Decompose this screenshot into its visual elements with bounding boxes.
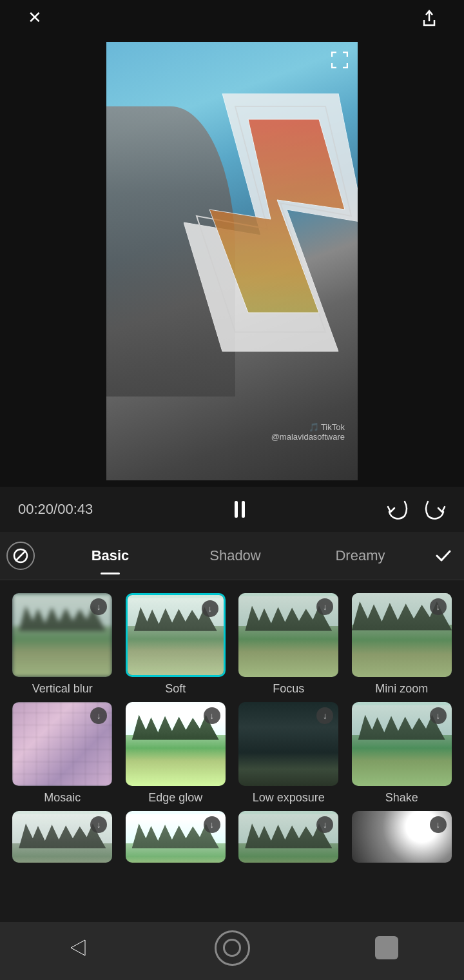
filter-item-shake[interactable]: ↓ Shake xyxy=(349,702,455,805)
time-display: 00:20/00:43 xyxy=(18,501,93,518)
filter-grid: ↓ Vertical blur ↓ Soft ↓ Focus ↓ xyxy=(0,580,464,922)
filter-label-low-exposure: Low exposure xyxy=(253,791,325,805)
filter-item-p2[interactable]: ↓ xyxy=(123,811,229,863)
svg-line-5 xyxy=(15,551,26,561)
filter-tabs: Basic Shadow Dreamy xyxy=(0,532,464,580)
filter-item-p4[interactable]: ↓ xyxy=(349,811,455,863)
filter-label-vertical-blur: Vertical blur xyxy=(32,682,93,696)
filter-thumb-focus: ↓ xyxy=(238,593,338,677)
download-icon: ↓ xyxy=(204,707,220,724)
video-preview-area: 🎵 TikTok @malavidasoftware xyxy=(0,35,464,487)
video-content: 🎵 TikTok @malavidasoftware xyxy=(106,42,358,480)
stop-square xyxy=(375,936,398,959)
filter-row-1: ↓ Vertical blur ↓ Soft ↓ Focus ↓ xyxy=(10,593,454,696)
download-icon: ↓ xyxy=(202,600,218,617)
filter-row-3-partial: ↓ ↓ ↓ ↓ xyxy=(10,811,454,863)
filter-label-shake: Shake xyxy=(385,791,418,805)
filter-label-soft: Soft xyxy=(165,682,186,696)
video-frame: 🎵 TikTok @malavidasoftware xyxy=(106,42,358,480)
filter-thumb-vertical-blur: ↓ xyxy=(12,593,112,677)
filter-item-focus[interactable]: ↓ Focus xyxy=(236,593,342,696)
filter-thumb-p4: ↓ xyxy=(352,811,452,863)
filter-item-mini-zoom[interactable]: ↓ Mini zoom xyxy=(349,593,455,696)
forward-button[interactable] xyxy=(424,498,446,522)
no-filter-button[interactable] xyxy=(6,542,35,570)
filter-item-p3[interactable]: ↓ xyxy=(236,811,342,863)
filter-item-p1[interactable]: ↓ xyxy=(10,811,115,863)
tab-dreamy[interactable]: Dreamy xyxy=(298,542,423,569)
upload-button[interactable] xyxy=(410,0,449,37)
download-icon: ↓ xyxy=(430,816,447,833)
filter-thumb-mosaic: ↓ xyxy=(12,702,112,786)
tabs-list: Basic Shadow Dreamy xyxy=(48,542,423,569)
download-icon: ↓ xyxy=(430,598,447,615)
filter-item-edge-glow[interactable]: ↓ Edge glow xyxy=(123,702,229,805)
back-nav-button[interactable] xyxy=(58,928,97,967)
pause-button[interactable] xyxy=(235,501,245,518)
rewind-button[interactable] xyxy=(387,498,409,522)
stop-nav-button[interactable] xyxy=(367,928,406,967)
tab-basic[interactable]: Basic xyxy=(48,542,173,569)
playback-controls xyxy=(235,501,245,518)
tab-shadow[interactable]: Shadow xyxy=(173,542,298,569)
filter-thumb-mini-zoom: ↓ xyxy=(352,593,452,677)
filter-label-mosaic: Mosaic xyxy=(44,791,81,805)
filter-label-focus: Focus xyxy=(273,682,304,696)
home-circle-outer xyxy=(215,930,250,966)
filter-item-mosaic[interactable]: ↓ Mosaic xyxy=(10,702,115,805)
mural-graphic xyxy=(184,93,358,442)
playback-nav-controls xyxy=(387,498,446,522)
filter-item-vertical-blur[interactable]: ↓ Vertical blur xyxy=(10,593,115,696)
top-bar: ✕ xyxy=(0,0,464,35)
controls-bar: 00:20/00:43 xyxy=(0,487,464,532)
bottom-navigation xyxy=(0,922,464,980)
filter-label-edge-glow: Edge glow xyxy=(148,791,202,805)
filter-thumb-p3: ↓ xyxy=(238,811,338,863)
filter-thumb-low-exposure: ↓ xyxy=(238,702,338,786)
fullscreen-button[interactable] xyxy=(329,50,350,70)
filter-thumb-soft: ↓ xyxy=(126,593,226,677)
filter-thumb-p2: ↓ xyxy=(126,811,226,863)
tiktok-watermark: 🎵 TikTok @malavidasoftware xyxy=(271,422,345,442)
filter-thumb-p1: ↓ xyxy=(12,811,112,863)
home-nav-button[interactable] xyxy=(213,928,251,967)
filter-thumb-edge-glow: ↓ xyxy=(126,702,226,786)
filter-thumb-shake: ↓ xyxy=(352,702,452,786)
filter-item-low-exposure[interactable]: ↓ Low exposure xyxy=(236,702,342,805)
filter-label-mini-zoom: Mini zoom xyxy=(375,682,428,696)
filter-row-2: ↓ Mosaic ↓ Edge glow ↓ Low exposure ↓ xyxy=(10,702,454,805)
home-circle-inner xyxy=(223,939,241,957)
download-icon: ↓ xyxy=(430,707,447,724)
download-icon: ↓ xyxy=(204,816,220,833)
svg-marker-6 xyxy=(71,940,85,956)
close-button[interactable]: ✕ xyxy=(15,0,54,37)
confirm-button[interactable] xyxy=(429,542,458,570)
filter-item-soft[interactable]: ↓ Soft xyxy=(123,593,229,696)
